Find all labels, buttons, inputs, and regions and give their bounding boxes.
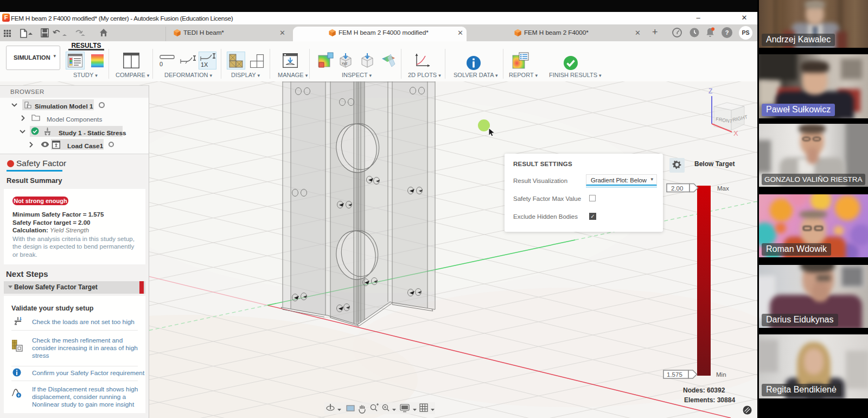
svg-text:2.00: 2.00 (671, 185, 683, 192)
svg-text:Z: Z (709, 87, 712, 95)
svg-text:Max: Max (717, 185, 729, 192)
svg-text:X: X (733, 129, 738, 137)
svg-text:Min: Min (716, 371, 726, 378)
svg-text:1X: 1X (201, 61, 208, 68)
svg-text:1.575: 1.575 (667, 371, 682, 378)
svg-text:0: 0 (159, 61, 163, 67)
svg-text:xyz: xyz (342, 61, 348, 66)
